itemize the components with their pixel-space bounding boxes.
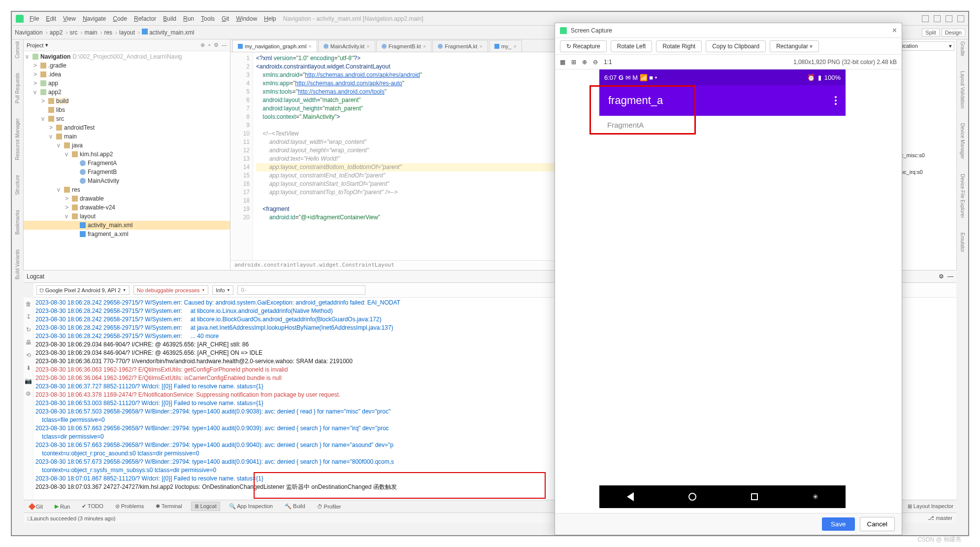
zoom-out-icon[interactable]: ⊖ — [593, 59, 598, 66]
project-view-dropdown[interactable]: Project — [27, 42, 43, 48]
editor-tab[interactable]: my_ × — [489, 40, 522, 52]
toolbar-icon[interactable] — [922, 15, 929, 22]
menu-run[interactable]: Run — [183, 15, 194, 22]
tree-node[interactable]: vkim.hsl.app2 — [24, 150, 230, 159]
left-strip-structure[interactable]: Structure — [15, 175, 20, 195]
menu-window[interactable]: Window — [236, 15, 257, 22]
logcat-hide-icon[interactable]: — — [947, 273, 953, 280]
menu-build[interactable]: Build — [163, 15, 176, 22]
right-strip-device-file-explorer[interactable]: Device File Explorer — [960, 174, 965, 218]
tree-node[interactable]: vapp2 — [24, 88, 230, 97]
log-level-dropdown[interactable]: Info ▾ — [212, 285, 233, 295]
panel-gear-icon[interactable]: ⚙ — [214, 42, 219, 48]
toolbar-icon[interactable] — [934, 15, 941, 22]
bottom-tab-profiler[interactable]: ⏱ Profiler — [314, 503, 344, 511]
breadcrumb-segment[interactable]: res — [104, 29, 112, 36]
left-strip-build-variants[interactable]: Build Variants — [15, 249, 20, 279]
bottom-tab-logcat[interactable]: ≣ Logcat — [191, 502, 220, 511]
bottom-tab-git[interactable]: Git — [27, 503, 46, 511]
copy-clipboard-button[interactable]: Copy to Clipboard — [706, 40, 766, 52]
tree-node[interactable]: >.idea — [24, 70, 230, 79]
bottom-tab-build[interactable]: 🔨 Build — [282, 502, 308, 511]
cancel-button[interactable]: Cancel — [860, 517, 895, 531]
tree-node[interactable]: libs — [24, 105, 230, 114]
left-strip-bookmarks[interactable]: Bookmarks — [15, 210, 20, 235]
left-strip-resource-manager[interactable]: Resource Manager — [15, 118, 20, 160]
wrap-icon[interactable]: ↻ — [26, 326, 31, 333]
panel-collapse-icon[interactable]: ÷ — [208, 42, 211, 48]
left-strip-pull-requests[interactable]: Pull Requests — [15, 73, 20, 103]
tree-node[interactable]: vsrc — [24, 114, 230, 123]
tree-node[interactable]: >build — [24, 97, 230, 105]
rotate-left-button[interactable]: Rotate Left — [611, 40, 653, 52]
editor-tab[interactable]: my_navigation_graph.xml × — [232, 40, 317, 52]
breadcrumb-segment[interactable]: layout — [119, 29, 135, 36]
logcat-gear-icon[interactable]: ⚙ — [939, 273, 944, 280]
breadcrumb-segment[interactable]: activity_main.xml — [142, 29, 194, 36]
project-tree[interactable]: v Navigation D:\002_Project\002_Android_… — [24, 51, 230, 270]
breadcrumb-segment[interactable]: src — [69, 29, 77, 36]
menu-refactor[interactable]: Refactor — [134, 15, 156, 22]
close-icon[interactable]: × — [892, 26, 897, 35]
editor-tab[interactable]: FragmentB.kt × — [376, 40, 431, 52]
trash-icon[interactable]: 🗑 — [26, 301, 32, 308]
tree-node[interactable]: >androidTest — [24, 123, 230, 132]
tree-node[interactable]: vres — [24, 185, 230, 194]
toolbar-icon[interactable] — [946, 15, 952, 22]
tree-node[interactable]: vlayout — [24, 212, 230, 221]
right-overlay-dropdown[interactable]: ication▾ — [900, 41, 954, 51]
bottom-tab-app-inspection[interactable]: 🔍 App Inspection — [226, 502, 276, 511]
scroll-end-icon[interactable]: ↧ — [26, 313, 31, 320]
menu-tools[interactable]: Tools — [201, 15, 215, 22]
tree-node[interactable]: activity_main.xml — [24, 221, 230, 230]
tree-node[interactable]: >drawable — [24, 194, 230, 203]
down-icon[interactable]: ⬇ — [26, 365, 31, 372]
right-strip-layout-validation[interactable]: Layout Validation — [960, 71, 965, 108]
tree-node[interactable]: fragment_a.xml — [24, 230, 230, 239]
recapture-button[interactable]: ↻ Recapture — [560, 40, 607, 52]
bottom-tab-problems[interactable]: ⊘ Problems — [112, 502, 147, 511]
menu-help[interactable]: Help — [264, 15, 276, 22]
print-icon[interactable]: 🖶 — [26, 339, 32, 346]
editor-tab[interactable]: FragmentA.kt × — [432, 40, 488, 52]
panel-hide-icon[interactable]: — — [222, 42, 227, 48]
tree-node[interactable]: MainActivity — [24, 176, 230, 185]
grid4-icon[interactable]: ⊞ — [571, 59, 576, 66]
right-strip-device-manager[interactable]: Device Manager — [960, 123, 965, 159]
right-strip-emulator[interactable]: Emulator — [960, 233, 965, 252]
camera-icon[interactable]: 📷 — [25, 377, 32, 384]
logcat-search-input[interactable]: Q- — [237, 285, 365, 295]
menu-code[interactable]: Code — [113, 15, 127, 22]
restart-icon[interactable]: ⟲ — [26, 352, 31, 359]
save-button[interactable]: Save — [822, 517, 854, 531]
tree-node[interactable]: >drawable-v24 — [24, 203, 230, 212]
left-strip-commit[interactable]: Commit — [15, 41, 20, 58]
bottom-tab-todo[interactable]: ✔ TODO — [79, 502, 106, 511]
bottom-tab-terminal[interactable]: ✱ Terminal — [153, 502, 185, 511]
editor-tab[interactable]: MainActivity.kt × — [318, 40, 375, 52]
tree-node[interactable]: vmain — [24, 132, 230, 141]
avatar-icon[interactable] — [957, 15, 964, 22]
settings-icon[interactable]: ⚙ — [26, 390, 31, 397]
project-root[interactable]: v Navigation D:\002_Project\002_Android_… — [24, 52, 230, 61]
menu-edit[interactable]: Edit — [46, 15, 56, 22]
split-button[interactable]: Split — [922, 29, 939, 36]
grid-icon[interactable]: ▦ — [560, 59, 565, 66]
tree-node[interactable]: >app — [24, 79, 230, 88]
menu-file[interactable]: File — [30, 15, 39, 22]
breadcrumb-segment[interactable]: app2 — [50, 29, 63, 36]
breadcrumb-segment[interactable]: Navigation — [15, 29, 43, 36]
screen-capture-canvas[interactable]: 6:07 G ✉ M 📶 ■ • ⏰ ▮ 100% fragment_a Fra… — [555, 69, 902, 513]
zoom-in-icon[interactable]: ⊕ — [582, 59, 587, 66]
frame-shape-dropdown[interactable]: Rectangular — [770, 40, 819, 52]
menu-view[interactable]: View — [63, 15, 76, 22]
menu-navigate[interactable]: Navigate — [83, 15, 106, 22]
tree-node[interactable]: FragmentA — [24, 159, 230, 168]
breadcrumb-segment[interactable]: main — [84, 29, 97, 36]
menu-git[interactable]: Git — [222, 15, 229, 22]
bottom-tab-run[interactable]: ▶ Run — [52, 502, 73, 511]
device-dropdown[interactable]: □ Google Pixel 2 Android 9, API 2 ▾ — [36, 285, 130, 295]
rotate-right-button[interactable]: Rotate Right — [656, 40, 702, 52]
panel-minimize-icon[interactable]: ⊕ — [200, 42, 205, 48]
tree-node[interactable]: vjava — [24, 141, 230, 150]
